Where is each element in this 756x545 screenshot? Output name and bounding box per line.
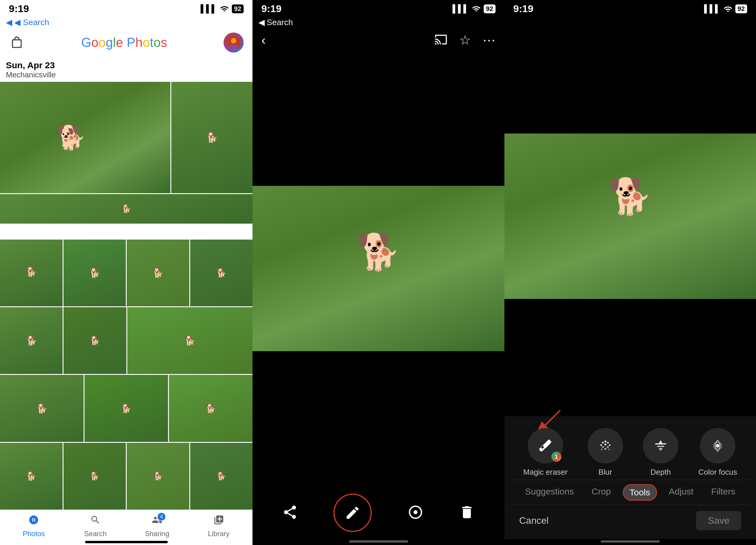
- gc-6-2[interactable]: 🐕: [63, 443, 126, 510]
- viewer-photo-area: 🐕: [252, 51, 504, 487]
- grid-cell-3[interactable]: 🐕: [0, 194, 252, 224]
- save-button[interactable]: Save: [696, 511, 741, 530]
- gc-3-3[interactable]: 🐕: [127, 240, 189, 306]
- edit-main-photo: 🐕: [504, 134, 756, 299]
- google-photos-logo: Google Photos: [81, 35, 167, 50]
- tab-adjust[interactable]: Adjust: [663, 484, 699, 501]
- edit-status-time: 9:19: [513, 3, 533, 14]
- gc-5-3[interactable]: 🐕: [169, 375, 252, 442]
- shop-icon[interactable]: [9, 35, 25, 51]
- viewer-main-photo[interactable]: 🐕: [252, 186, 504, 351]
- tools-grid: 1 Magic eraser: [510, 422, 750, 480]
- search-nav-icon: [90, 515, 101, 528]
- depth-label: Depth: [650, 468, 671, 477]
- gc-6-1[interactable]: 🐕: [0, 443, 63, 510]
- edit-home-indicator: [504, 539, 756, 545]
- nav-item-photos[interactable]: Photos: [16, 515, 51, 538]
- svg-line-6: [545, 410, 560, 425]
- gc-4-1[interactable]: 🐕: [0, 307, 63, 374]
- magic-eraser-button[interactable]: 1: [528, 428, 563, 463]
- gc-3-4[interactable]: 🐕: [190, 240, 253, 306]
- tab-suggestions[interactable]: Suggestions: [519, 484, 580, 501]
- edit-status-bar: 9:19 ▌▌▌ 92: [504, 0, 756, 16]
- svg-point-9: [607, 442, 609, 443]
- gc-6-4[interactable]: 🐕: [190, 443, 253, 510]
- svg-point-4: [413, 510, 418, 514]
- nav-item-sharing[interactable]: 4 Sharing: [139, 515, 175, 538]
- user-avatar[interactable]: [224, 32, 244, 53]
- gc-5-1[interactable]: 🐕: [0, 375, 84, 442]
- nav-item-search[interactable]: Search: [78, 515, 113, 538]
- status-bar-photos: 9:19 ▌▌▌ 92: [0, 0, 252, 16]
- edit-photo-area: 🐕: [504, 16, 756, 416]
- tab-filters[interactable]: Filters: [705, 484, 741, 501]
- svg-point-7: [604, 440, 606, 442]
- svg-point-15: [604, 448, 606, 450]
- tab-tools[interactable]: Tools: [623, 484, 657, 501]
- viewer-toolbar: ‹ ☆ ⋯: [252, 30, 504, 51]
- viewer-back-nav[interactable]: ◀ Search: [252, 16, 504, 30]
- panel-photos: 9:19 ▌▌▌ 92 ◀ ◀ Search Google Photos: [0, 0, 252, 545]
- grid-row-3: 🐕 🐕 🐕 🐕: [0, 240, 252, 306]
- svg-rect-19: [657, 446, 664, 447]
- gc-5-2[interactable]: 🐕: [84, 375, 168, 442]
- edit-wifi-icon: [724, 5, 732, 13]
- library-nav-label: Library: [208, 530, 229, 538]
- blur-label: Blur: [598, 468, 612, 477]
- svg-point-16: [601, 449, 602, 450]
- library-nav-icon: [214, 515, 224, 528]
- viewer-back-arrow: ◀: [258, 17, 265, 27]
- viewer-home-indicator: [252, 539, 504, 545]
- tab-crop[interactable]: Crop: [586, 484, 617, 501]
- gc-4-2[interactable]: 🐕: [63, 307, 126, 374]
- color-focus-button[interactable]: [700, 428, 735, 463]
- cast-button[interactable]: [434, 33, 447, 47]
- photos-nav-icon: [28, 515, 39, 528]
- viewer-status-time: 9:19: [261, 3, 281, 14]
- more-options-button[interactable]: ⋯: [483, 32, 496, 48]
- delete-button[interactable]: [459, 504, 475, 521]
- cancel-button[interactable]: Cancel: [519, 515, 549, 526]
- viewer-back-button[interactable]: ‹: [261, 33, 266, 48]
- edit-button[interactable]: [333, 494, 372, 532]
- gc-4-3[interactable]: 🐕: [127, 307, 253, 374]
- svg-point-11: [604, 444, 606, 445]
- back-label-photos: ◀ Search: [14, 17, 49, 27]
- svg-rect-18: [655, 443, 666, 445]
- gc-3-2[interactable]: 🐕: [63, 240, 126, 306]
- svg-point-23: [716, 444, 720, 448]
- grid-cell-1[interactable]: 🐕: [0, 82, 170, 193]
- gc-3-1[interactable]: 🐕: [0, 240, 63, 306]
- date-label: Sun, Apr 23 Mechanicsville: [0, 57, 252, 82]
- color-focus-label: Color focus: [698, 468, 737, 477]
- viewer-toolbar-icons: ☆ ⋯: [434, 32, 496, 48]
- nav-item-library[interactable]: Library: [201, 515, 237, 538]
- svg-marker-21: [659, 440, 663, 443]
- home-indicator-photos: [0, 540, 252, 545]
- tool-item-magic-eraser[interactable]: 1 Magic eraser: [523, 428, 568, 477]
- tools-panel: 1 Magic eraser: [504, 416, 756, 539]
- search-nav-label: Search: [84, 530, 107, 538]
- depth-button[interactable]: [643, 428, 678, 463]
- blur-button[interactable]: [588, 428, 623, 463]
- gc-6-3[interactable]: 🐕: [127, 443, 189, 510]
- svg-point-13: [602, 446, 604, 448]
- tool-item-color-focus[interactable]: Color focus: [698, 428, 737, 477]
- star-button[interactable]: ☆: [459, 32, 471, 48]
- signal-icon: ▌▌▌: [201, 4, 217, 13]
- lens-button[interactable]: [408, 504, 423, 521]
- status-icons-photos: ▌▌▌ 92: [201, 4, 244, 13]
- share-button[interactable]: [282, 504, 298, 521]
- edit-signal-icon: ▌▌▌: [704, 4, 720, 13]
- magic-eraser-badge: 1: [551, 452, 561, 462]
- tool-item-depth[interactable]: Depth: [643, 428, 678, 477]
- svg-point-1: [231, 38, 236, 43]
- grid-cell-2[interactable]: 🐕: [171, 82, 252, 193]
- tool-item-blur[interactable]: Blur: [588, 428, 623, 477]
- viewer-signal-icon: ▌▌▌: [452, 4, 469, 13]
- viewer-wifi-icon: [472, 4, 481, 13]
- viewer-bottom-bar: [252, 487, 504, 539]
- viewer-status-icons: ▌▌▌ 92: [452, 4, 496, 13]
- date-text: Sun, Apr 23: [6, 60, 247, 70]
- back-nav-photos[interactable]: ◀ ◀ Search: [0, 16, 252, 30]
